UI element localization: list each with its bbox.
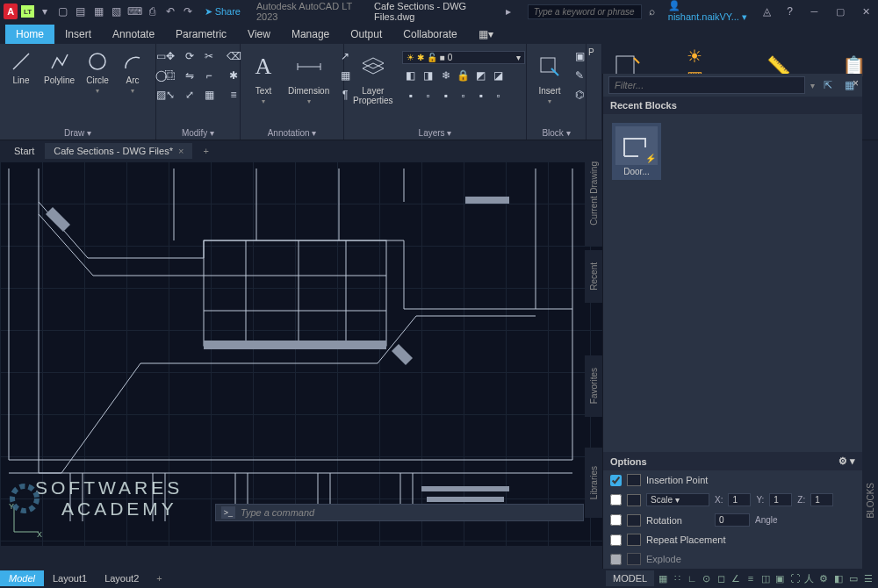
doctab-close-icon[interactable]: × xyxy=(178,146,184,156)
scale-y-field[interactable]: 1 xyxy=(769,493,792,506)
layout-1[interactable]: Layout1 xyxy=(44,570,96,586)
doc-menu-icon[interactable]: ▸ xyxy=(500,4,515,19)
layout-2[interactable]: Layout2 xyxy=(96,570,148,586)
undo-icon[interactable]: ↶ xyxy=(163,4,177,19)
drawing-canvas[interactable]: YX SOFTWARESACADEMY >_Type a command xyxy=(0,161,602,546)
app-logo[interactable]: A xyxy=(4,4,18,19)
offset-icon[interactable]: ≡ xyxy=(225,86,242,104)
edit-block-icon[interactable]: ✎ xyxy=(571,67,588,84)
status-model[interactable]: MODEL xyxy=(606,570,654,586)
saveas-icon[interactable]: ▧ xyxy=(109,4,123,19)
layer-d-icon[interactable]: ▫ xyxy=(455,87,472,104)
status-otrack-icon[interactable]: ∠ xyxy=(730,570,743,586)
create-block-icon[interactable]: ▣ xyxy=(571,47,588,65)
layermatch-icon[interactable]: ◩ xyxy=(472,67,490,84)
trim-icon[interactable]: ✂ xyxy=(200,47,218,65)
opt-repeat[interactable]: Repeat Placement xyxy=(603,530,862,549)
line-tool[interactable]: Line xyxy=(5,47,37,87)
layeroff-icon[interactable]: ◨ xyxy=(420,67,437,84)
doctab-active[interactable]: Cafe Sections - DWG Files*× xyxy=(45,143,192,159)
layerfrz-icon[interactable]: ❄ xyxy=(437,67,455,84)
fillet-icon[interactable]: ⌐ xyxy=(200,67,218,84)
copy-icon[interactable]: ⿻ xyxy=(162,67,179,84)
status-iso-icon[interactable]: ◧ xyxy=(832,570,846,586)
scale-checkbox[interactable] xyxy=(610,494,622,506)
search-icon[interactable]: ⌕ xyxy=(645,4,659,19)
share-button[interactable]: ➤Share xyxy=(199,6,246,18)
explode-checkbox[interactable] xyxy=(610,554,622,565)
save-icon[interactable]: ▦ xyxy=(91,4,105,19)
status-sc-icon[interactable]: ⛶ xyxy=(788,570,802,586)
panel-draw-title[interactable]: Draw ▾ xyxy=(5,126,150,138)
layer-b-icon[interactable]: ▫ xyxy=(420,87,437,104)
status-ann-icon[interactable]: 人 xyxy=(802,570,816,586)
status-snap-icon[interactable]: ∷ xyxy=(671,570,684,586)
erase-icon[interactable]: ⌫ xyxy=(225,47,242,65)
rotation-field[interactable]: 0 xyxy=(715,513,750,527)
tab-parametric[interactable]: Parametric xyxy=(165,25,237,44)
sidetab-recent[interactable]: Recent xyxy=(585,250,602,303)
arc-tool[interactable]: Arc▾ xyxy=(117,47,148,97)
plot-icon[interactable]: ⌨ xyxy=(127,4,142,19)
tab-annotate[interactable]: Annotate xyxy=(102,25,165,44)
doctab-add[interactable]: + xyxy=(194,143,212,159)
user-account[interactable]: 👤 nishant.naikVY... ▾ xyxy=(668,0,752,23)
command-line[interactable]: >_Type a command xyxy=(215,504,584,521)
scale-z-field[interactable]: 1 xyxy=(810,493,833,506)
rotation-checkbox[interactable] xyxy=(610,514,622,526)
scale-select[interactable]: Scale ▾ xyxy=(646,493,709,506)
autodesk-icon[interactable]: ◬ xyxy=(760,4,774,19)
status-clean-icon[interactable]: ▭ xyxy=(847,570,860,586)
mirror-icon[interactable]: ⇋ xyxy=(181,67,198,84)
layer-c-icon[interactable]: ▪ xyxy=(437,87,455,104)
block-filter-input[interactable] xyxy=(608,76,805,94)
redo-icon[interactable]: ↷ xyxy=(181,4,195,19)
panel-modify-title[interactable]: Modify ▾ xyxy=(162,126,234,138)
panel-layers-title[interactable]: Layers ▾ xyxy=(349,126,521,138)
tab-home[interactable]: Home xyxy=(5,25,54,44)
close-icon[interactable]: ✕ xyxy=(858,4,874,19)
opt-insertion-point[interactable]: Insertion Point xyxy=(603,470,862,490)
layerlck-icon[interactable]: 🔒 xyxy=(455,67,472,84)
status-grid-icon[interactable]: ▦ xyxy=(656,570,669,586)
scale-x-field[interactable]: 1 xyxy=(728,493,751,506)
layeriso-icon[interactable]: ◧ xyxy=(402,67,420,84)
text-tool[interactable]: AText▾ xyxy=(246,47,281,107)
stretch-icon[interactable]: ⤡ xyxy=(162,86,179,104)
status-custom-icon[interactable]: ☰ xyxy=(861,570,874,586)
print-icon[interactable]: ⎙ xyxy=(146,4,160,19)
minimize-icon[interactable]: ─ xyxy=(806,4,823,19)
sidetab-blocks[interactable]: BLOCKS xyxy=(862,474,878,527)
insertion-checkbox[interactable] xyxy=(610,475,622,486)
explode-icon[interactable]: ✱ xyxy=(225,67,242,84)
panel-block-title[interactable]: Block ▾ xyxy=(532,126,580,138)
layerprev-icon[interactable]: ◪ xyxy=(490,67,507,84)
status-qp-icon[interactable]: ▣ xyxy=(774,570,787,586)
status-lwt-icon[interactable]: ≡ xyxy=(745,570,758,586)
rotate-icon[interactable]: ⟳ xyxy=(181,47,198,65)
opt-rotation[interactable]: Rotation0Angle xyxy=(603,510,862,530)
tab-featured[interactable]: ▦▾ xyxy=(468,25,489,44)
attr-icon[interactable]: ⌬ xyxy=(571,86,588,104)
maximize-icon[interactable]: ▢ xyxy=(831,4,848,19)
dimension-tool[interactable]: Dimension▾ xyxy=(284,47,333,107)
status-polar-icon[interactable]: ⊙ xyxy=(700,570,713,586)
insert-block-button[interactable]: Insert▾ xyxy=(532,47,567,107)
status-ws-icon[interactable]: ⚙ xyxy=(817,570,831,586)
layout-model[interactable]: Model xyxy=(0,570,44,586)
scale-icon[interactable]: ⤢ xyxy=(181,86,198,104)
status-trans-icon[interactable]: ◫ xyxy=(759,570,772,586)
tab-view[interactable]: View xyxy=(237,25,281,44)
tab-output[interactable]: Output xyxy=(340,25,392,44)
gear-icon[interactable]: ⚙ ▾ xyxy=(838,455,855,467)
status-osnap-icon[interactable]: ◻ xyxy=(715,570,728,586)
doctab-start[interactable]: Start xyxy=(5,143,43,159)
layer-combo[interactable]: ☀✱🔓■0▾ xyxy=(402,51,525,64)
panel-close-icon[interactable]: × xyxy=(853,77,859,90)
panel-annotation-title[interactable]: Annotation ▾ xyxy=(246,126,338,138)
sidetab-current[interactable]: Current Drawing xyxy=(585,140,602,246)
search-input[interactable] xyxy=(528,4,642,19)
opt-explode[interactable]: Explode xyxy=(603,549,862,569)
help-icon[interactable]: ? xyxy=(783,4,797,19)
sidetab-libraries[interactable]: Libraries xyxy=(585,448,602,518)
